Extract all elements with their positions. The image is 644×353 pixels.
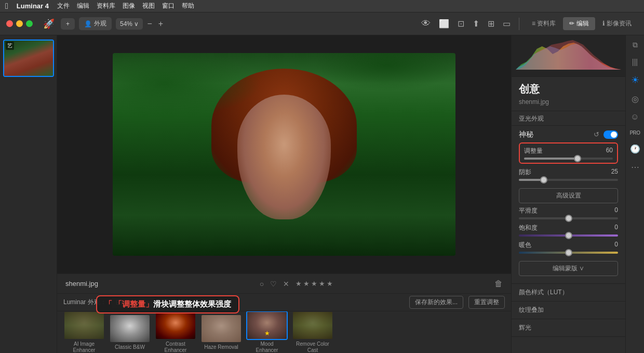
color-wheel-icon[interactable]: ◎	[632, 94, 639, 104]
info-mode-btn[interactable]: ℹ 影像资讯	[596, 17, 638, 30]
preset-ai-enhancer[interactable]: AI ImageEnhancer	[61, 311, 107, 353]
star-2[interactable]: ★	[303, 280, 310, 287]
slider-thumb-5[interactable]	[565, 249, 572, 256]
glow-section[interactable]: 辉光	[512, 319, 625, 337]
canvas-area: shenmi.jpg ○ ♡ ✕ ★ ★ ★ ★ ★ 🗑 Luminar 外观：…	[57, 35, 511, 353]
window-icon[interactable]: ▭	[501, 17, 513, 31]
menu-image[interactable]: 图像	[123, 2, 135, 10]
preset-contrast[interactable]: ContrastEnhancer	[153, 311, 198, 353]
star-5[interactable]: ★	[327, 280, 333, 287]
bottom-icons: ○ ♡ ✕	[260, 280, 289, 288]
star-rating[interactable]: ★ ★ ★ ★ ★	[296, 280, 333, 287]
split-icon[interactable]: ⬜	[437, 17, 451, 31]
preset-thumb-mood: ★	[246, 311, 288, 340]
slider-thumb-2[interactable]	[540, 176, 547, 184]
preset-mood[interactable]: ★ MoodEnhancer	[244, 311, 290, 353]
x-icon[interactable]: ✕	[283, 280, 289, 288]
apple-menu[interactable]: 	[5, 2, 8, 11]
star-4[interactable]: ★	[319, 280, 325, 287]
zoom-dropdown[interactable]: 54% ∨	[116, 18, 143, 30]
presets-dropdown[interactable]: Essentials ∨	[112, 297, 155, 308]
rocket-icon[interactable]: 🚀	[41, 16, 57, 32]
toggle-switch[interactable]	[603, 130, 618, 139]
circle-icon[interactable]: ○	[260, 280, 264, 288]
preset-remove-cast[interactable]: Remove ColorCast	[290, 311, 336, 353]
filmstrip: 艺	[0, 35, 57, 353]
advanced-settings-btn[interactable]: 高级设置	[519, 188, 618, 203]
right-panel: 创意 shenmi.jpg 亚光外观 神秘 ↺ 调整量 60	[511, 35, 625, 353]
zoom-in-button[interactable]: +	[156, 17, 165, 31]
zoom-controls: 54% ∨ − +	[116, 17, 165, 31]
app-name: Luminar 4	[17, 2, 49, 10]
fullscreen-button[interactable]	[26, 20, 33, 27]
menu-help[interactable]: 帮助	[182, 2, 194, 10]
menu-edit[interactable]: 编辑	[77, 2, 89, 10]
undo-icon[interactable]: ↺	[594, 130, 599, 139]
appearance-icon: 👤	[84, 20, 92, 28]
preset-classic-bw[interactable]: Classic B&W	[107, 314, 153, 350]
reset-adjustments-btn[interactable]: 重置调整	[468, 296, 505, 309]
close-button[interactable]	[6, 20, 13, 27]
canvas-image-wrap[interactable]	[57, 35, 511, 273]
preset-thumb-haze	[200, 314, 242, 343]
filename-label: shenmi.jpg	[65, 280, 98, 287]
edit-mask-btn[interactable]: 编辑蒙版 ∨	[519, 261, 618, 276]
slider-track-1[interactable]	[524, 158, 613, 160]
add-button[interactable]: +	[61, 18, 75, 30]
appearance-button[interactable]: 👤 外观	[79, 17, 112, 30]
layers-icon[interactable]: ⧉	[633, 41, 638, 49]
presets-items: AI ImageEnhancer Classic B&W C	[57, 311, 511, 353]
slider-thumb-3[interactable]	[565, 215, 572, 222]
save-preset-btn[interactable]: 保存新的效果...	[409, 296, 463, 309]
zoom-out-button[interactable]: −	[145, 17, 154, 31]
toolbar: 🚀 + 👤 外观 54% ∨ − + 👁 ⬜ ⊡ ⬆ ⊞ ▭ ≡ 资料库 ✏ 编…	[0, 12, 644, 35]
slider-track-4[interactable]	[519, 234, 618, 237]
face-retouch-icon[interactable]: ☺	[630, 112, 639, 122]
slider-label-2: 阴影	[519, 168, 531, 177]
star-3[interactable]: ★	[311, 280, 317, 287]
slider-value-1: 60	[606, 147, 613, 155]
eye-icon[interactable]: 👁	[419, 16, 433, 31]
slider-track-3[interactable]	[519, 217, 618, 219]
edit-mode-btn[interactable]: ✏ 编辑	[563, 17, 595, 30]
star-1[interactable]: ★	[296, 280, 302, 287]
slider-value-5: 0	[614, 241, 618, 250]
sun-adjust-icon[interactable]: ☀	[631, 74, 639, 86]
smooth-slider-row: 平滑度 0	[519, 206, 618, 219]
lut-section[interactable]: 颜色样式（LUT）	[512, 284, 625, 302]
slider-thumb-1[interactable]	[574, 155, 581, 162]
minimize-button[interactable]	[16, 20, 23, 27]
more-dots-icon[interactable]: ⋯	[631, 162, 639, 172]
mode-buttons: ≡ 资料库 ✏ 编辑 ℹ 影像资讯	[526, 17, 638, 30]
library-mode-btn[interactable]: ≡ 资料库	[526, 17, 562, 30]
slider-track-2[interactable]	[519, 179, 618, 181]
preset-label-mood: MoodEnhancer	[256, 341, 278, 353]
crop-icon[interactable]: ⊡	[455, 17, 466, 31]
texture-section[interactable]: 纹理叠加	[512, 302, 625, 319]
subtitle-section: 亚光外观	[512, 111, 625, 126]
slider-track-5[interactable]	[519, 252, 618, 254]
adjustments-icon[interactable]: |||	[632, 58, 638, 66]
pro-badge[interactable]: PRO	[629, 130, 640, 136]
film-thumb-1[interactable]: 艺	[3, 40, 54, 77]
export-icon[interactable]: ⬆	[471, 17, 481, 31]
preset-haze[interactable]: Haze Removal	[198, 314, 244, 350]
menu-file[interactable]: 文件	[57, 2, 70, 10]
preset-label-ai: AI ImageEnhancer	[73, 341, 96, 353]
history-icon[interactable]: 🕐	[630, 144, 640, 154]
slider-value-2: 25	[611, 168, 618, 177]
grid-icon[interactable]: ⊞	[486, 17, 497, 31]
menu-view[interactable]: 视图	[142, 2, 155, 10]
main-layout: 艺 shenmi.jpg ○	[0, 35, 644, 353]
canvas-image	[113, 53, 455, 256]
presets-toolbar: Luminar 外观： Essentials ∨ 保存新的效果... 重置调整	[57, 294, 511, 311]
section-name: 神秘	[519, 130, 533, 139]
slider-thumb-4[interactable]	[565, 232, 572, 239]
trash-icon[interactable]: 🗑	[494, 279, 503, 289]
heart-icon[interactable]: ♡	[270, 280, 277, 288]
menu-window[interactable]: 窗口	[162, 2, 175, 10]
menu-library[interactable]: 资料库	[97, 2, 115, 10]
preset-star-icon: ★	[264, 330, 270, 337]
slider-label-5: 暖色	[519, 241, 531, 250]
slider-label-row-1: 调整量 60	[524, 147, 613, 155]
